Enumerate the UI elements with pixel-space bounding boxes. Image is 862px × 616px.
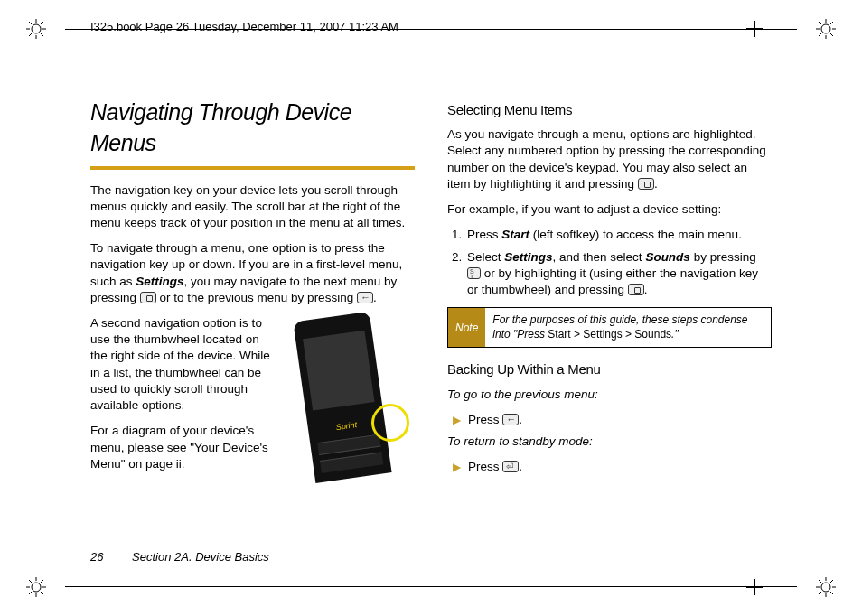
crop-mark-bottom-left bbox=[25, 576, 47, 598]
end-key-icon bbox=[502, 461, 519, 472]
step-1: Press Start (left softkey) to access the… bbox=[465, 227, 772, 243]
svg-line-15 bbox=[830, 33, 833, 36]
column-left: Navigating Through Device Menus The navi… bbox=[90, 98, 415, 535]
svg-line-33 bbox=[830, 592, 833, 594]
svg-line-17 bbox=[830, 22, 833, 24]
text: . bbox=[373, 291, 377, 304]
left-paragraph-1: The navigation key on your device lets y… bbox=[90, 182, 415, 232]
heading-selecting-menu-items: Selecting Menu Items bbox=[447, 101, 772, 119]
note-breadcrumb: Start > Settings > Sounds bbox=[548, 328, 671, 341]
svg-line-8 bbox=[41, 22, 43, 24]
crop-rule-bottom bbox=[65, 586, 797, 587]
title-underline bbox=[90, 166, 415, 170]
svg-line-7 bbox=[29, 33, 32, 36]
nav-key-icon bbox=[140, 292, 156, 303]
svg-line-23 bbox=[29, 580, 32, 583]
standby-intro: To return to standby mode: bbox=[447, 434, 772, 450]
svg-point-9 bbox=[821, 24, 830, 33]
svg-point-18 bbox=[32, 583, 41, 592]
svg-line-32 bbox=[819, 580, 821, 583]
left-paragraph-3: A second navigation option is to use the… bbox=[90, 315, 276, 414]
section-title: Navigating Through Device Menus bbox=[90, 98, 415, 159]
sounds-word: Sounds bbox=[645, 250, 690, 264]
header-file-path: I325.book Page 26 Tuesday, December 11, … bbox=[90, 20, 398, 33]
start-word: Start bbox=[501, 228, 529, 241]
text: As you navigate through a menu, options … bbox=[447, 127, 766, 191]
svg-point-27 bbox=[821, 583, 830, 592]
crop-cross-bottom bbox=[746, 579, 763, 595]
svg-line-25 bbox=[29, 592, 32, 594]
device-image: Sprint bbox=[288, 315, 415, 478]
text: . bbox=[654, 177, 658, 191]
text: by pressing bbox=[690, 250, 756, 264]
svg-line-16 bbox=[819, 33, 821, 36]
select-paragraph-1: As you navigate through a menu, options … bbox=[447, 126, 772, 192]
note-text: For the purposes of this guide, these st… bbox=[485, 308, 771, 347]
thumbwheel-highlight-circle bbox=[371, 404, 409, 442]
step-2: Select Settings, and then select Sounds … bbox=[465, 249, 772, 299]
column-right: Selecting Menu Items As you navigate thr… bbox=[447, 98, 772, 535]
text: . bbox=[519, 413, 522, 426]
text: . bbox=[519, 460, 522, 473]
svg-line-35 bbox=[830, 580, 833, 583]
st-key-icon: ST bbox=[467, 267, 481, 279]
settings-word: Settings bbox=[504, 250, 552, 264]
svg-line-5 bbox=[29, 22, 32, 24]
text: or by highlighting it (using either the … bbox=[467, 266, 758, 296]
steps-list: Press Start (left softkey) to access the… bbox=[447, 227, 772, 298]
crop-cross-top bbox=[746, 21, 763, 37]
svg-line-26 bbox=[41, 580, 43, 583]
center-key-icon bbox=[628, 284, 644, 295]
text: or to the previous menu by pressing bbox=[156, 291, 357, 304]
svg-line-14 bbox=[819, 22, 821, 24]
note-box: Note For the purposes of this guide, the… bbox=[447, 307, 772, 348]
crop-mark-top-right bbox=[815, 18, 837, 40]
section-label: Section 2A. Device Basics bbox=[132, 550, 269, 564]
bullet-arrow-icon: ▶ bbox=[453, 412, 461, 428]
left-paragraph-2: To navigate through a menu, one option i… bbox=[90, 240, 415, 306]
center-key-icon bbox=[638, 178, 654, 190]
back-step: ▶ Press . bbox=[453, 412, 772, 428]
svg-line-6 bbox=[41, 33, 43, 36]
svg-line-24 bbox=[41, 592, 43, 594]
svg-line-34 bbox=[819, 592, 821, 594]
page-footer: 26 Section 2A. Device Basics bbox=[90, 550, 269, 564]
svg-point-0 bbox=[32, 24, 41, 33]
back-intro: To go to the previous menu: bbox=[447, 387, 772, 403]
crop-mark-bottom-right bbox=[815, 576, 837, 598]
text: , and then select bbox=[553, 250, 646, 264]
text: . bbox=[644, 283, 648, 296]
text: Select bbox=[467, 250, 504, 264]
bullet-arrow-icon: ▶ bbox=[453, 459, 461, 475]
select-paragraph-2: For example, if you want to adjust a dev… bbox=[447, 201, 772, 218]
text: (left softkey) to access the main menu. bbox=[529, 228, 742, 241]
back-key-icon bbox=[502, 414, 519, 425]
text: Press bbox=[468, 413, 502, 426]
text: ." bbox=[671, 328, 679, 341]
heading-backing-up: Backing Up Within a Menu bbox=[447, 360, 772, 378]
note-label: Note bbox=[448, 308, 485, 347]
back-key-icon bbox=[357, 292, 373, 303]
page-number: 26 bbox=[90, 550, 103, 564]
text: Press bbox=[467, 228, 501, 241]
text: Press bbox=[468, 460, 502, 473]
crop-mark-top-left bbox=[25, 18, 47, 40]
left-paragraph-4: For a diagram of your device's menu, ple… bbox=[90, 423, 276, 472]
standby-step: ▶ Press . bbox=[453, 459, 772, 475]
settings-word: Settings bbox=[136, 275, 183, 288]
